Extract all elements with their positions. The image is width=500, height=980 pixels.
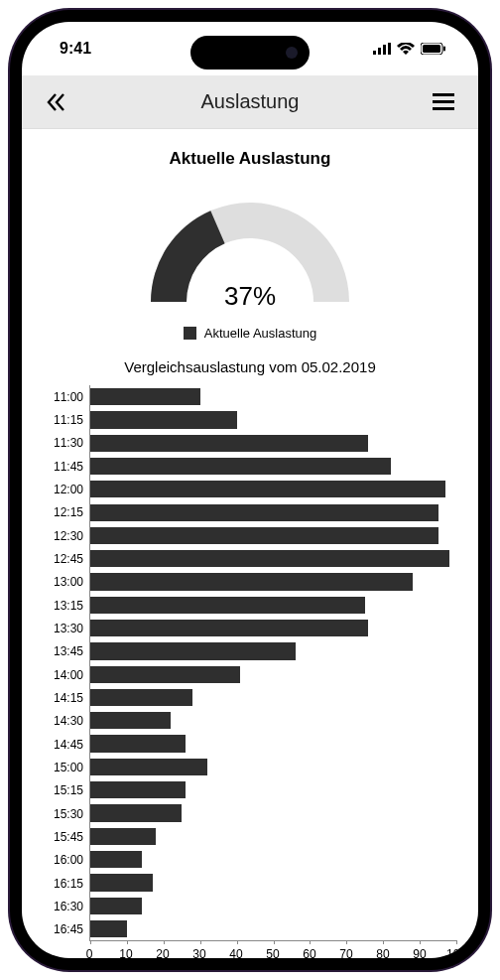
y-axis-labels: 11:0011:1511:3011:4512:0012:1512:3012:45… (44, 385, 89, 941)
bar-row (90, 408, 456, 431)
bar (90, 388, 200, 405)
bar-row (90, 500, 456, 523)
gauge-value: 37% (131, 281, 369, 312)
chevron-double-left-icon (46, 91, 67, 113)
y-tick-label: 16:30 (44, 895, 83, 917)
bar (90, 597, 365, 614)
svg-rect-8 (433, 100, 454, 103)
bar (90, 527, 438, 544)
bar (90, 666, 240, 683)
bar (90, 620, 368, 636)
svg-rect-1 (378, 48, 381, 55)
bar-row (90, 732, 456, 755)
bar-row (90, 385, 456, 408)
bar (90, 851, 142, 868)
bar (90, 712, 171, 729)
bar-row (90, 547, 456, 570)
bar-row (90, 895, 456, 917)
bar-row (90, 594, 456, 617)
y-tick-label: 12:15 (44, 501, 83, 524)
bar (90, 874, 153, 891)
wifi-icon (397, 43, 415, 55)
content-area: Aktuelle Auslastung 37% Aktuelle Auslast… (22, 129, 478, 958)
status-indicators (373, 43, 446, 55)
legend-label: Aktuelle Auslastung (204, 326, 316, 341)
bar (90, 573, 413, 590)
bar (90, 759, 207, 775)
x-axis-ticks (90, 940, 456, 944)
front-camera-icon (286, 47, 298, 59)
x-tick-label: 90 (413, 947, 426, 958)
bar (90, 411, 237, 428)
y-tick-label: 13:30 (44, 617, 83, 639)
y-tick-label: 11:45 (44, 455, 83, 478)
y-tick-label: 11:30 (44, 432, 83, 455)
x-tick-label: 0 (86, 947, 93, 958)
page-title: Auslastung (201, 90, 300, 113)
x-tick-label: 100 (446, 947, 466, 958)
x-tick-label: 70 (339, 947, 352, 958)
bar-row (90, 756, 456, 778)
x-tick-label: 20 (156, 947, 169, 958)
battery-icon (421, 43, 446, 55)
bar (90, 642, 296, 659)
x-axis-labels: 0102030405060708090100 (89, 947, 456, 958)
y-tick-label: 15:45 (44, 825, 83, 848)
y-tick-label: 13:45 (44, 640, 83, 663)
x-tick-label: 60 (303, 947, 315, 958)
bar-row (90, 663, 456, 686)
bar-row (90, 432, 456, 455)
bar-row (90, 478, 456, 500)
x-tick-label: 80 (376, 947, 389, 958)
y-tick-label: 14:30 (44, 710, 83, 733)
y-tick-label: 11:00 (44, 385, 83, 408)
y-tick-label: 12:45 (44, 547, 83, 570)
bar (90, 504, 438, 521)
x-tick-label: 10 (119, 947, 132, 958)
gauge-title: Aktuelle Auslastung (44, 149, 456, 169)
menu-button[interactable] (431, 89, 456, 115)
x-tick-label: 30 (192, 947, 205, 958)
bar-row (90, 709, 456, 732)
svg-rect-6 (443, 47, 445, 52)
legend-swatch-icon (184, 327, 196, 340)
svg-rect-9 (433, 107, 454, 110)
bar (90, 458, 391, 475)
y-tick-label: 15:15 (44, 779, 83, 802)
y-tick-label: 15:30 (44, 802, 83, 825)
cellular-icon (373, 43, 391, 55)
bar-chart: 11:0011:1511:3011:4512:0012:1512:3012:45… (44, 385, 456, 941)
bar-row (90, 848, 456, 871)
compare-title: Vergleichsauslastung vom 05.02.2019 (44, 358, 456, 375)
bar (90, 828, 156, 845)
y-tick-label: 11:15 (44, 408, 83, 431)
status-time: 9:41 (60, 40, 91, 58)
y-tick-label: 14:00 (44, 663, 83, 686)
bar (90, 689, 192, 706)
bar (90, 735, 186, 752)
gauge-legend: Aktuelle Auslastung (44, 326, 456, 341)
hamburger-icon (433, 93, 454, 111)
y-tick-label: 13:00 (44, 571, 83, 594)
bar (90, 435, 368, 452)
bar-row (90, 455, 456, 478)
bar (90, 550, 449, 567)
y-tick-label: 15:00 (44, 756, 83, 778)
bar-row (90, 570, 456, 593)
svg-rect-0 (373, 51, 376, 55)
back-button[interactable] (44, 89, 69, 115)
y-tick-label: 14:45 (44, 733, 83, 756)
bar-row (90, 639, 456, 662)
y-tick-label: 14:15 (44, 686, 83, 709)
bar (90, 481, 445, 497)
y-tick-label: 16:00 (44, 849, 83, 872)
bar (90, 781, 186, 798)
phone-frame: 9:41 Auslastung Aktuelle Auslastung 37% (10, 10, 490, 970)
bar (90, 920, 127, 937)
bar-row (90, 778, 456, 801)
bar-row (90, 825, 456, 848)
bar-row (90, 871, 456, 894)
gauge-chart: 37% (44, 177, 456, 316)
bar-row (90, 801, 456, 824)
bar-row (90, 686, 456, 709)
